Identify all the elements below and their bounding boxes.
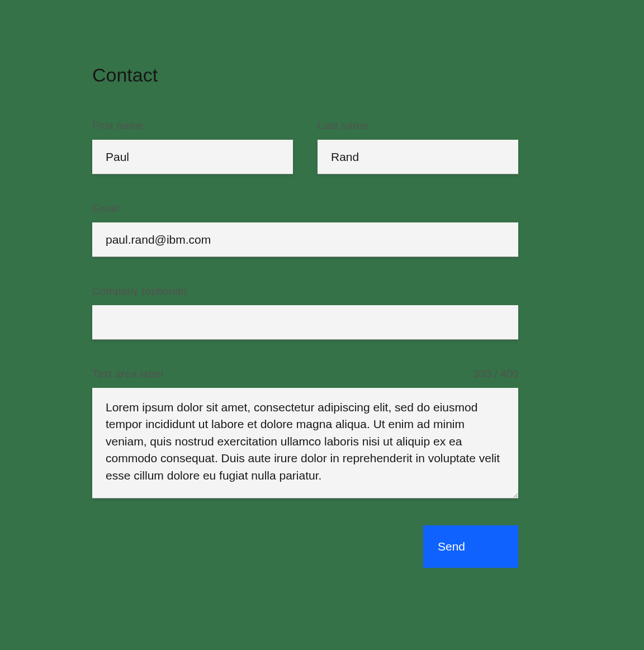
send-button[interactable]: Send xyxy=(423,525,518,568)
email-field: Email xyxy=(92,202,518,257)
form-heading: Contact xyxy=(92,64,518,86)
character-counter: 333 / 400 xyxy=(474,368,518,380)
name-row: First name Last name xyxy=(92,120,518,174)
company-field: Company (optional) xyxy=(92,285,518,340)
first-name-label: First name xyxy=(92,120,144,132)
company-label: Company (optional) xyxy=(92,285,187,297)
message-field: Text area label 333 / 400 xyxy=(92,368,518,499)
last-name-field: Last name xyxy=(318,120,518,174)
message-label: Text area label xyxy=(92,368,163,380)
first-name-input[interactable] xyxy=(92,140,293,174)
company-input[interactable] xyxy=(92,305,518,340)
message-textarea[interactable] xyxy=(92,388,518,499)
email-input[interactable] xyxy=(92,222,518,257)
button-row: Send xyxy=(92,525,518,568)
contact-form: Contact First name Last name Email Compa… xyxy=(92,64,518,568)
email-label: Email xyxy=(92,202,120,215)
first-name-field: First name xyxy=(92,120,293,174)
last-name-input[interactable] xyxy=(318,140,518,174)
last-name-label: Last name xyxy=(318,120,368,132)
